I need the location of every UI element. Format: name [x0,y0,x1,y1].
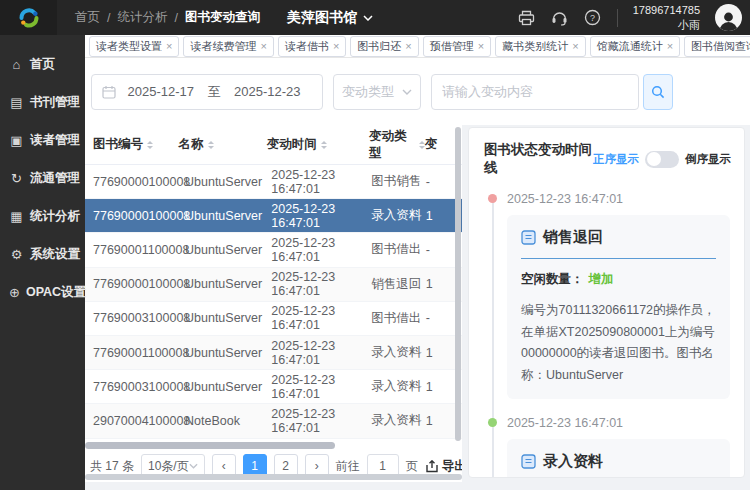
cell-name: NoteBook [185,414,271,428]
search-icon [651,85,665,99]
globe-icon: ⊕ [9,285,20,300]
table-row[interactable]: 77690001100008UbuntuServer2025-12-23 16:… [85,233,462,267]
sidebar-item-home[interactable]: ⌂首页 [0,45,85,83]
cell-type: 录入资料 [371,207,425,224]
cell-book-id: 77690003100008 [85,380,185,394]
support-headset-icon[interactable] [551,9,569,27]
descending-order-label[interactable]: 倒序显示 [685,152,731,167]
home-icon: ⌂ [9,57,24,72]
table-row[interactable]: 77690003100008UbuntuServer2025-12-23 16:… [85,370,462,404]
horizontal-scrollbar-thumb[interactable] [85,442,335,449]
cell-type: 图书借出 [371,310,425,327]
sidebar-item-circulation[interactable]: ↻流通管理 [0,159,85,197]
tab-close-icon[interactable]: × [260,41,266,52]
column-header-change-type[interactable]: 变动类型 [369,128,425,162]
table-row-selected[interactable]: 77690000100008UbuntuServer2025-12-23 16:… [85,199,462,233]
column-label: 变动类型 [369,128,415,162]
total-count: 共 17 条 [90,458,134,475]
search-button[interactable] [643,74,673,110]
sidebar-item-books[interactable]: ▤书刊管理 [0,83,85,121]
cell-book-id: 77690000100008 [85,175,185,189]
meta-value-increase: 增加 [589,272,614,286]
table-row[interactable]: 77690001100008UbuntuServer2025-12-23 16:… [85,336,462,370]
timeline-card[interactable]: 销售退回 空闲数量：增加 编号为70111320661172的操作员，在单据XT… [507,215,730,399]
export-icon [425,460,439,473]
timeline-card[interactable]: 录入资料 空闲数量：增加 [507,439,730,478]
cell-type: 图书销售 [371,173,425,190]
library-title-dropdown[interactable]: 美萍图书馆 [287,0,373,35]
date-range-picker[interactable]: 2025-12-17 至 2025-12-23 [91,74,323,110]
column-header-change-time[interactable]: 变动时间 [267,136,369,153]
tab-label: 图书借阅查询 [691,39,750,54]
order-toggle-switch[interactable] [645,151,679,168]
cell-name: UbuntuServer [185,175,271,189]
sidebar-item-readers[interactable]: ▣读者管理 [0,121,85,159]
change-type-select[interactable]: 变动类型 [333,74,421,110]
tab-bar: 读者类型设置× 读者续费管理× 读者借书× 图书归还× 预借管理× 藏书类别统计… [85,35,750,58]
tab-close-icon[interactable]: × [333,41,339,52]
date-from-value[interactable]: 2025-12-17 [116,84,206,99]
tab-reader-borrow[interactable]: 读者借书× [278,36,346,57]
svg-text:?: ? [590,13,595,23]
vertical-scrollbar-thumb[interactable] [455,127,461,441]
sidebar-item-system-settings[interactable]: ⚙系统设置 [0,235,85,273]
card-divider [521,258,716,259]
export-excel-button[interactable]: 导出ex [425,458,462,475]
sidebar-item-label: 书刊管理 [30,94,80,111]
avatar[interactable] [715,4,742,31]
date-range-separator: 至 [206,83,223,101]
ascending-order-label[interactable]: 正序显示 [593,152,639,167]
chevron-down-icon [363,15,373,21]
timeline-item: 2025-12-23 16:47:01 录入资料 空闲数量：增加 [507,416,730,478]
tab-close-icon[interactable]: × [166,41,172,52]
date-to-value[interactable]: 2025-12-23 [223,84,313,99]
table-row[interactable]: 77690000100008UbuntuServer2025-12-23 16:… [85,165,462,199]
sort-caret-icon[interactable] [147,138,153,152]
breadcrumb-current: 图书变动查询 [185,9,260,26]
tab-close-icon[interactable]: × [572,41,578,52]
breadcrumb-home[interactable]: 首页 [75,9,100,26]
change-content-input[interactable] [431,74,639,110]
tab-pre-borrow[interactable]: 预借管理× [423,36,491,57]
sort-caret-icon[interactable] [208,138,214,152]
table-row[interactable]: 29070004100008NoteBook2025-12-23 16:47:0… [85,404,462,438]
tab-book-return[interactable]: 图书归还× [350,36,418,57]
page-size-value: 10条/页 [148,458,189,475]
cell-book-id: 77690000100008 [85,277,185,291]
library-title: 美萍图书馆 [287,9,357,27]
bottom-scrollbar-thumb[interactable] [85,474,462,480]
sidebar-item-label: 读者管理 [30,132,80,149]
table-row[interactable]: 77690003100008UbuntuServer2025-12-23 16:… [85,302,462,336]
cell-book-id: 77690003100008 [85,311,185,325]
help-icon[interactable]: ? [584,9,602,27]
goto-label: 前往 [336,458,360,475]
tab-close-icon[interactable]: × [405,41,411,52]
app-logo-icon [0,0,57,35]
breadcrumb-stats[interactable]: 统计分析 [117,9,167,26]
column-header-name[interactable]: 名称 [179,136,267,153]
cell-name: UbuntuServer [185,243,271,257]
sidebar-item-statistics[interactable]: ▦统计分析 [0,197,85,235]
tab-collection-category-stats[interactable]: 藏书类别统计× [495,36,585,57]
column-header-book-id[interactable]: 图书编号 [85,136,179,153]
printer-icon[interactable] [518,9,536,27]
cell-name: UbuntuServer [185,311,271,325]
sidebar-item-opac-settings[interactable]: ⊕OPAC设置 [0,273,85,311]
tab-reader-renewal[interactable]: 读者续费管理× [183,36,273,57]
tab-close-icon[interactable]: × [478,41,484,52]
tab-circulation-stats[interactable]: 馆藏流通统计× [590,36,680,57]
tab-borrow-query[interactable]: 图书借阅查询× [684,36,750,57]
tab-close-icon[interactable]: × [667,41,673,52]
cell-type: 录入资料 [371,344,425,361]
document-icon [521,454,536,469]
goto-unit: 页 [406,458,418,475]
tab-label: 预借管理 [430,39,474,54]
table-row[interactable]: 77690000100008UbuntuServer2025-12-23 16:… [85,268,462,302]
sort-caret-icon[interactable] [321,138,327,152]
cell-name: UbuntuServer [185,277,271,291]
cell-type: 录入资料 [371,412,425,429]
column-label: 名称 [179,136,204,153]
cell-book-id: 29070004100008 [85,414,185,428]
cell-time: 2025-12-23 16:47:01 [271,407,371,435]
tab-reader-type-settings[interactable]: 读者类型设置× [89,36,179,57]
